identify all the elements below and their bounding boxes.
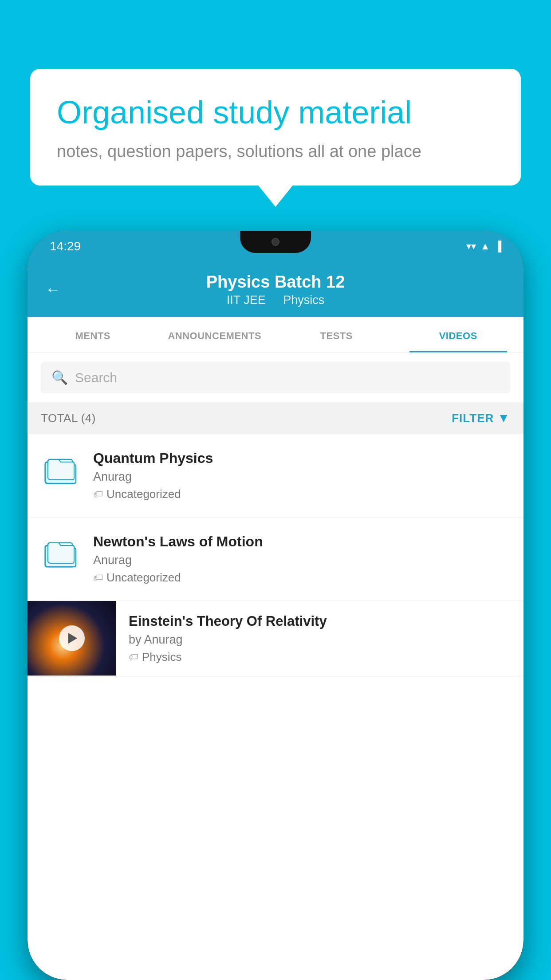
filter-label: FILTER [452, 411, 494, 425]
speech-bubble-section: Organised study material notes, question… [30, 69, 521, 186]
status-bar: 14:29 ▾▾ ▲ ▐ [28, 231, 523, 262]
total-count: TOTAL (4) [41, 411, 96, 425]
item-author: by Anurag [129, 633, 510, 647]
tag-label: Uncategorized [106, 487, 181, 501]
bubble-title: Organised study material [57, 93, 494, 131]
wifi-icon: ▾▾ [466, 241, 476, 252]
header-subtitle-physics: Physics [283, 293, 324, 307]
item-info: Quantum Physics Anurag 🏷 Uncategorized [93, 450, 510, 501]
header-subtitle-iit: IIT JEE [227, 293, 266, 307]
header-title: Physics Batch 12 [45, 273, 506, 292]
signal-icon: ▲ [480, 241, 490, 252]
phone-frame: 14:29 ▾▾ ▲ ▐ ← Physics Batch 12 IIT JEE [28, 231, 523, 980]
item-icon-container [41, 533, 81, 573]
item-info: Newton's Laws of Motion Anurag 🏷 Uncateg… [93, 533, 510, 585]
item-tag: 🏷 Uncategorized [93, 487, 510, 501]
item-info: Einstein's Theory Of Relativity by Anura… [116, 601, 510, 676]
folder-icon [44, 539, 78, 568]
videos-list: Quantum Physics Anurag 🏷 Uncategorized [28, 434, 523, 677]
item-tag: 🏷 Physics [129, 650, 510, 664]
tab-tests[interactable]: TESTS [276, 317, 398, 352]
list-item[interactable]: Newton's Laws of Motion Anurag 🏷 Uncateg… [28, 518, 523, 601]
search-container: 🔍 Search [28, 353, 523, 402]
tag-icon: 🏷 [93, 572, 103, 584]
status-icons: ▾▾ ▲ ▐ [466, 241, 501, 252]
filter-button[interactable]: FILTER ▼ [452, 411, 510, 425]
play-icon [68, 633, 77, 644]
phone-content: ← Physics Batch 12 IIT JEE Physics MENTS… [28, 262, 523, 980]
list-item[interactable]: Einstein's Theory Of Relativity by Anura… [28, 601, 523, 677]
camera-notch [272, 238, 279, 246]
status-time: 14:29 [50, 239, 81, 253]
item-tag: 🏷 Uncategorized [93, 571, 510, 585]
item-icon-container [41, 450, 81, 490]
phone-notch [240, 231, 311, 253]
tag-icon: 🏷 [129, 652, 138, 663]
item-author: Anurag [93, 470, 510, 484]
filter-icon: ▼ [497, 411, 510, 425]
app-header: ← Physics Batch 12 IIT JEE Physics [28, 262, 523, 317]
list-item[interactable]: Quantum Physics Anurag 🏷 Uncategorized [28, 434, 523, 518]
item-title: Quantum Physics [93, 450, 510, 466]
bubble-subtitle: notes, question papers, solutions all at… [57, 142, 494, 161]
tag-label: Uncategorized [106, 571, 181, 585]
header-subtitle: IIT JEE Physics [45, 293, 506, 307]
search-placeholder: Search [75, 370, 117, 385]
tab-announcements[interactable]: ANNOUNCEMENTS [154, 317, 276, 352]
item-author: Anurag [93, 553, 510, 567]
item-title: Newton's Laws of Motion [93, 533, 510, 550]
tab-documents[interactable]: MENTS [32, 317, 154, 352]
filter-bar: TOTAL (4) FILTER ▼ [28, 402, 523, 434]
tab-videos[interactable]: VIDEOS [398, 317, 520, 352]
tag-icon: 🏷 [93, 489, 103, 500]
play-button[interactable] [59, 625, 85, 651]
video-thumbnail [28, 601, 116, 676]
search-icon: 🔍 [51, 370, 68, 385]
tag-label: Physics [142, 650, 182, 664]
tabs-bar: MENTS ANNOUNCEMENTS TESTS VIDEOS [28, 317, 523, 353]
search-bar[interactable]: 🔍 Search [41, 362, 510, 393]
folder-icon [44, 456, 78, 485]
speech-bubble-card: Organised study material notes, question… [30, 69, 521, 186]
battery-icon: ▐ [494, 241, 501, 252]
back-button[interactable]: ← [45, 280, 61, 299]
item-title: Einstein's Theory Of Relativity [129, 613, 510, 629]
